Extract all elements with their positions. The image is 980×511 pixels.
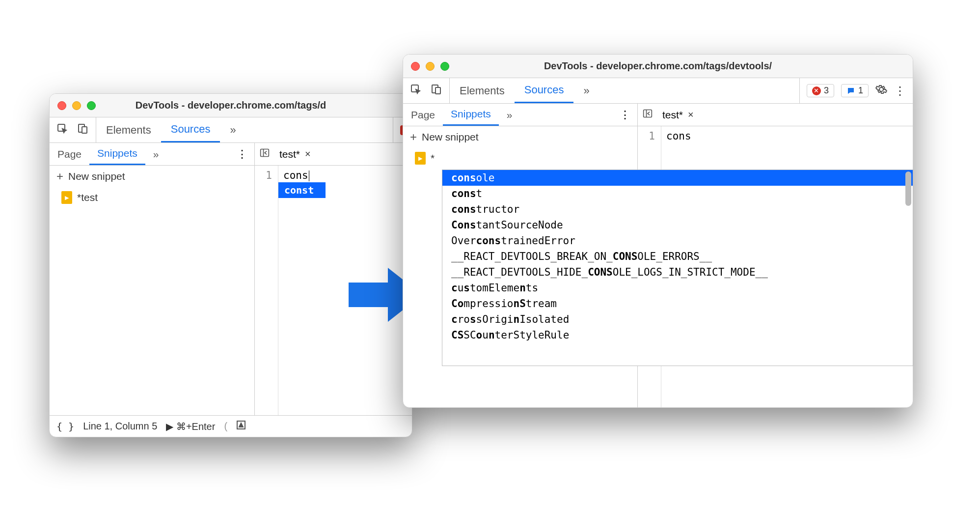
titlebar: DevTools - developer.chrome.com/tags/dev… xyxy=(403,55,913,78)
subtabs-overflow-icon[interactable]: » xyxy=(499,104,520,126)
info-badge[interactable]: 1 xyxy=(841,84,869,97)
close-tab-icon[interactable]: × xyxy=(305,148,311,160)
close-window-button[interactable] xyxy=(57,101,66,110)
minimize-window-button[interactable] xyxy=(72,101,81,110)
autocomplete-item[interactable]: crossOriginIsolated xyxy=(442,312,913,327)
breakpoint-panel-icon[interactable] xyxy=(236,420,246,432)
code-line: cons xyxy=(283,170,309,181)
snippet-item[interactable]: *test xyxy=(50,187,254,208)
new-snippet-button[interactable]: + New snippet xyxy=(403,126,637,148)
error-badge[interactable]: ✕3 xyxy=(807,84,834,97)
inspect-icon[interactable] xyxy=(410,84,422,98)
file-tab[interactable]: test* × xyxy=(275,146,315,162)
new-snippet-button[interactable]: + New snippet xyxy=(50,166,254,187)
snippet-item[interactable]: * xyxy=(403,148,637,169)
coverage-icon[interactable]: ( xyxy=(224,421,227,432)
settings-gear-icon[interactable] xyxy=(875,84,887,98)
autocomplete-item[interactable]: CompressionStream xyxy=(442,296,913,312)
sources-subtoolbar: Page Snippets » ⋮ test* × xyxy=(50,143,412,166)
svg-rect-2 xyxy=(82,127,87,133)
device-toggle-icon[interactable] xyxy=(77,123,89,138)
autocomplete-item[interactable]: constructor xyxy=(442,201,913,217)
inspect-icon[interactable] xyxy=(56,123,68,138)
traffic-lights xyxy=(57,101,96,110)
subtab-page[interactable]: Page xyxy=(50,143,89,165)
nav-panel-toggle-icon[interactable] xyxy=(643,109,653,121)
pretty-print-icon[interactable]: { } xyxy=(56,421,74,432)
svg-rect-8 xyxy=(436,87,440,94)
run-snippet-button[interactable]: ▶ ⌘+Enter xyxy=(166,421,215,432)
sources-subtoolbar: Page Snippets » ⋮ test* × xyxy=(403,104,913,126)
autocomplete-item[interactable]: __REACT_DEVTOOLS_HIDE_CONSOLE_LOGS_IN_ST… xyxy=(442,264,913,280)
snippets-sidebar: + New snippet *test xyxy=(50,166,255,415)
tab-sources[interactable]: Sources xyxy=(161,117,220,142)
subtab-snippets[interactable]: Snippets xyxy=(89,143,145,165)
autocomplete-item[interactable]: CSSCounterStyleRule xyxy=(442,327,913,343)
plus-icon: + xyxy=(410,130,417,144)
snippet-name: *test xyxy=(77,192,98,203)
main-toolbar: Elements Sources » ✕3 1 ⋮ xyxy=(403,78,913,104)
device-toggle-icon[interactable] xyxy=(431,84,442,98)
autocomplete-item[interactable]: customElements xyxy=(442,280,913,296)
minimize-window-button[interactable] xyxy=(426,62,435,71)
editor-statusbar: { } Line 1, Column 5 ▶ ⌘+Enter ( xyxy=(50,415,412,437)
tabs-overflow-icon[interactable]: » xyxy=(573,78,599,103)
autocomplete-item[interactable]: console xyxy=(442,170,913,186)
snippet-file-icon xyxy=(415,152,426,165)
file-tab[interactable]: test* × xyxy=(658,107,698,123)
tab-elements[interactable]: Elements xyxy=(96,117,161,142)
file-tab-name: test* xyxy=(279,148,300,160)
tabs-overflow-icon[interactable]: » xyxy=(220,117,245,142)
subtab-page[interactable]: Page xyxy=(403,104,443,126)
titlebar: DevTools - developer.chrome.com/tags/d xyxy=(50,94,412,117)
line-gutter: 1 xyxy=(255,166,278,415)
window-title: DevTools - developer.chrome.com/tags/dev… xyxy=(403,60,913,72)
cursor-position: Line 1, Column 5 xyxy=(83,421,157,432)
close-tab-icon[interactable]: × xyxy=(688,109,694,120)
autocomplete-popup-large[interactable]: consoleconstconstructorConstantSourceNod… xyxy=(442,170,913,366)
kebab-menu-icon[interactable]: ⋮ xyxy=(237,148,247,161)
code-line: cons xyxy=(666,130,691,142)
autocomplete-popup[interactable]: const xyxy=(278,182,326,198)
kebab-menu-icon[interactable]: ⋮ xyxy=(620,109,630,121)
tab-elements[interactable]: Elements xyxy=(450,78,515,103)
subtab-snippets[interactable]: Snippets xyxy=(443,104,499,126)
nav-panel-toggle-icon[interactable] xyxy=(260,148,270,160)
subtabs-overflow-icon[interactable]: » xyxy=(145,143,167,165)
scrollbar-thumb[interactable] xyxy=(905,171,911,206)
main-toolbar: Elements Sources » xyxy=(50,117,412,143)
window-title: DevTools - developer.chrome.com/tags/d xyxy=(50,100,412,111)
plus-icon: + xyxy=(56,170,63,183)
maximize-window-button[interactable] xyxy=(87,101,96,110)
traffic-lights xyxy=(411,62,449,71)
close-window-button[interactable] xyxy=(411,62,420,71)
autocomplete-item[interactable]: ConstantSourceNode xyxy=(442,217,913,233)
maximize-window-button[interactable] xyxy=(440,62,449,71)
autocomplete-item[interactable]: const xyxy=(442,186,913,201)
snippet-file-icon xyxy=(61,191,72,204)
tab-sources[interactable]: Sources xyxy=(515,78,574,103)
kebab-menu-icon[interactable]: ⋮ xyxy=(894,84,906,98)
snippet-name: * xyxy=(431,152,435,164)
file-tab-name: test* xyxy=(662,109,683,121)
autocomplete-item[interactable]: __REACT_DEVTOOLS_BREAK_ON_CONSOLE_ERRORS… xyxy=(442,249,913,264)
autocomplete-item[interactable]: OverconstrainedError xyxy=(442,233,913,249)
